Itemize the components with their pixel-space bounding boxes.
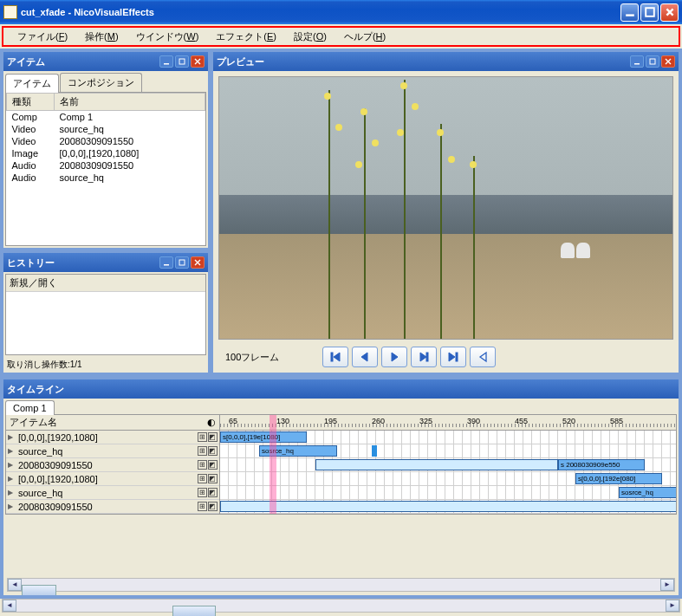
clip-handle[interactable] xyxy=(372,445,377,457)
panel-minimize-icon[interactable] xyxy=(159,256,173,269)
item-row[interactable]: Videosource_hq xyxy=(7,123,205,135)
menu-m[interactable]: 操作(M) xyxy=(76,29,127,45)
scroll-right-icon[interactable]: ► xyxy=(666,600,679,612)
clip[interactable]: s[0,0,0],[192e[080] xyxy=(575,473,662,484)
timeline-options-icon[interactable]: ◐ xyxy=(207,417,216,428)
track-lane[interactable]: sosrce_hq xyxy=(220,444,676,458)
track-header[interactable]: ▶source_hq⊞◩ xyxy=(6,444,219,458)
track-toggle-icon[interactable]: ⊞ xyxy=(198,460,207,470)
item-list[interactable]: 種類 名前 CompComp 1Videosource_hqVideo20080… xyxy=(5,92,206,246)
track-lane[interactable]: s 2008030909e550 xyxy=(220,500,676,514)
history-item[interactable]: 新規／開く xyxy=(6,275,205,292)
panel-close-icon[interactable] xyxy=(661,55,675,68)
tab-item[interactable]: アイテム xyxy=(5,74,59,93)
panel-maximize-icon[interactable] xyxy=(175,55,189,68)
step-forward-button[interactable] xyxy=(411,347,437,367)
track-lane[interactable]: sosrce_hq xyxy=(220,486,676,500)
col-name[interactable]: 名前 xyxy=(55,94,205,111)
timeline-ruler[interactable]: 65130195260325390455520585 xyxy=(220,415,676,431)
track-toggle-icon[interactable]: ⊞ xyxy=(198,488,207,497)
panel-minimize-icon[interactable] xyxy=(159,55,173,68)
tick-label: 195 xyxy=(324,417,337,425)
item-row[interactable]: Audio20080309091550 xyxy=(7,159,205,172)
timeline-panel-title: タイムライン xyxy=(7,383,64,396)
expand-icon[interactable]: ▶ xyxy=(8,503,16,510)
menu-h[interactable]: ヘルプ(H) xyxy=(335,29,394,45)
track-header[interactable]: ▶[0,0,0],[1920,1080]⊞◩ xyxy=(6,431,219,444)
scroll-thumb[interactable] xyxy=(172,606,216,616)
preview-image xyxy=(218,76,673,340)
clip[interactable]: sosrce_hq xyxy=(259,445,337,457)
expand-icon[interactable]: ▶ xyxy=(8,447,16,455)
goto-start-button[interactable] xyxy=(322,347,348,367)
track-header[interactable]: ▶[0,0,0],[1920,1080]⊞◩ xyxy=(6,472,219,486)
item-panel: アイテム アイテム コンポジション 種類 名前 CompComp 1Videos… xyxy=(3,51,209,249)
item-row[interactable]: CompComp 1 xyxy=(7,111,205,124)
tick-label: 325 xyxy=(419,417,432,425)
clip[interactable]: sosrce_hq xyxy=(619,487,676,498)
scroll-right-icon[interactable]: ► xyxy=(660,579,674,591)
track-lane[interactable]: s 2008030909e550 xyxy=(220,458,676,472)
expand-icon[interactable]: ▶ xyxy=(8,475,16,483)
item-row[interactable]: Image[0,0,0],[1920,1080] xyxy=(7,147,205,159)
track-toggle-icon[interactable]: ⊞ xyxy=(198,474,207,483)
loop-button[interactable] xyxy=(470,347,496,367)
track-toggle-icon[interactable]: ⊞ xyxy=(198,446,207,456)
track-header[interactable]: ▶source_hq⊞◩ xyxy=(6,486,219,500)
tab-composition[interactable]: コンポジション xyxy=(60,73,142,92)
clip[interactable] xyxy=(220,501,676,512)
menu-f[interactable]: ファイル(F) xyxy=(9,29,76,45)
clip[interactable]: s[0,0,0],[19e[1080] xyxy=(220,431,307,443)
track-toggle-icon[interactable]: ◩ xyxy=(208,502,218,511)
maximize-button[interactable] xyxy=(640,3,659,22)
track-toggle-icon[interactable]: ◩ xyxy=(208,432,218,442)
panel-close-icon[interactable] xyxy=(191,256,205,269)
preview-panel: プレビュー 100フレーム xyxy=(212,51,679,373)
item-row[interactable]: Audiosource_hq xyxy=(7,172,205,184)
timeline-comp-tab[interactable]: Comp 1 xyxy=(5,400,55,415)
clip[interactable]: s 2008030909e550 xyxy=(558,459,645,470)
title-bar: cut_xfade - NicoVisualEffects xyxy=(0,0,682,24)
col-type[interactable]: 種類 xyxy=(7,94,55,111)
track-toggle-icon[interactable]: ⊞ xyxy=(198,432,207,442)
panel-minimize-icon[interactable] xyxy=(630,55,644,68)
step-back-button[interactable] xyxy=(352,347,378,367)
app-scrollbar[interactable]: ◄ ► xyxy=(2,599,680,613)
scroll-thumb[interactable] xyxy=(22,585,56,595)
svg-rect-2 xyxy=(164,63,169,65)
track-lane[interactable]: s[0,0,0],[19e[1080] xyxy=(220,431,676,444)
track-header[interactable]: ▶20080309091550⊞◩ xyxy=(6,500,219,514)
track-toggle-icon[interactable]: ⊞ xyxy=(198,502,207,511)
menu-o[interactable]: 設定(O) xyxy=(285,29,335,45)
item-panel-title: アイテム xyxy=(7,55,45,68)
panel-maximize-icon[interactable] xyxy=(646,55,659,68)
close-button[interactable] xyxy=(660,3,679,22)
track-toggle-icon[interactable]: ◩ xyxy=(208,460,218,470)
menu-bar: ファイル(F)操作(M)ウインドウ(W)エフェクト(E)設定(O)ヘルプ(H) xyxy=(2,26,680,47)
track-toggle-icon[interactable]: ◩ xyxy=(208,446,218,456)
item-row[interactable]: Video20080309091550 xyxy=(7,135,205,147)
track-toggle-icon[interactable]: ◩ xyxy=(208,474,218,483)
goto-end-button[interactable] xyxy=(440,347,466,367)
track-toggle-icon[interactable]: ◩ xyxy=(208,488,218,497)
panel-close-icon[interactable] xyxy=(191,55,205,68)
timeline-scrollbar[interactable]: ◄ ► xyxy=(7,578,675,592)
menu-e[interactable]: エフェクト(E) xyxy=(207,29,285,45)
history-status: 取り消し操作数:1/1 xyxy=(3,357,208,373)
svg-rect-1 xyxy=(646,8,654,16)
svg-rect-10 xyxy=(456,353,458,361)
menu-w[interactable]: ウインドウ(W) xyxy=(127,29,208,45)
expand-icon[interactable]: ▶ xyxy=(8,489,16,496)
track-header[interactable]: ▶20080309091550⊞◩ xyxy=(6,458,219,472)
scroll-left-icon[interactable]: ◄ xyxy=(8,579,22,591)
track-lane[interactable]: s[0,0,0],[192e[080] xyxy=(220,472,676,486)
frame-label: 100フレーム xyxy=(220,351,289,364)
panel-maximize-icon[interactable] xyxy=(175,256,189,269)
minimize-button[interactable] xyxy=(620,3,639,22)
expand-icon[interactable]: ▶ xyxy=(8,461,16,469)
play-button[interactable] xyxy=(381,347,407,367)
scroll-left-icon[interactable]: ◄ xyxy=(3,600,16,612)
window-title: cut_xfade - NicoVisualEffects xyxy=(21,7,620,17)
clip[interactable] xyxy=(315,459,558,470)
expand-icon[interactable]: ▶ xyxy=(8,433,16,441)
